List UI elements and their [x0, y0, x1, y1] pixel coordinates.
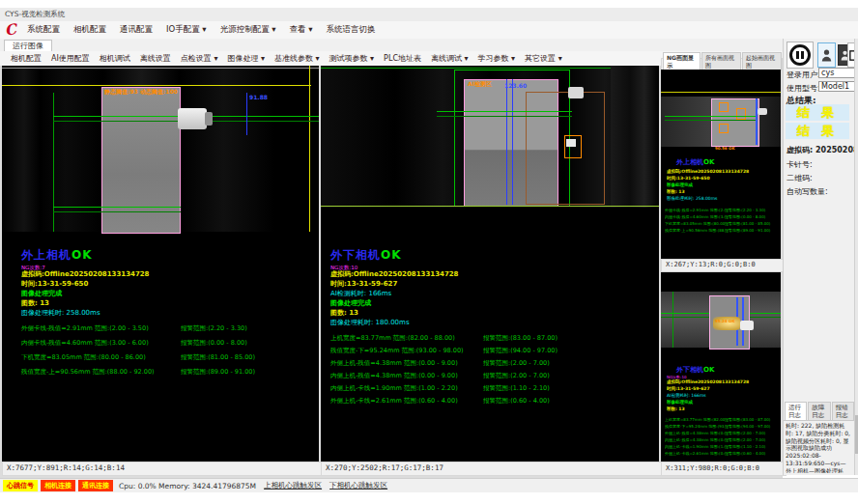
process-done-label: 图像处理完成 [667, 183, 693, 188]
lower-camera-heartbeat-link[interactable]: 下相机心跳触发区 [329, 481, 387, 490]
upper-camera-heartbeat-link[interactable]: 上相机心跳触发区 [264, 481, 322, 490]
measurement-text: 外侧上机-卡线=2.61mm 范围:(0.60 - 4.00) [665, 451, 725, 456]
tab-all-views[interactable]: 所有画面视图 [701, 52, 741, 70]
tab-ng-view[interactable]: NG画面显示 [663, 52, 701, 70]
measurement-row: 内侧卡线-残值=4.60mm 范围:(3.00 - 6.00) 报警范围:(0.… [21, 339, 311, 348]
threshold-label: 静态阈值:93 动态阈值:100 [104, 89, 178, 96]
alarm-range-text: 报警范围:(0.00 - 8.00) [725, 214, 779, 219]
measure-marker-blue [246, 93, 247, 135]
login-user-label: 登录用户: [786, 70, 820, 80]
frame-count-label: 图数: 13 [330, 310, 358, 318]
pause-button[interactable] [786, 42, 814, 69]
menu-language-switch[interactable]: 系统语言切换 [320, 24, 383, 36]
elapsed-label: 图像处理耗时: 180.00ms [330, 320, 410, 327]
ai-elapsed-label: AI检测耗时: 166ms [330, 291, 391, 298]
measurement-text: 内侧上机-残值=4.38mm 范围:(0.00 - 9.00) [665, 437, 725, 442]
tool-offline-setting[interactable]: 离线设置 [135, 53, 176, 64]
roi-box-orange [719, 102, 729, 112]
measure-marker-label: 90.56 OK [715, 147, 735, 151]
tab-error-log[interactable]: 报错日志 [832, 402, 854, 420]
auto-write-count-field: 自动写数量: [786, 186, 828, 197]
measurement-text: 内侧上机-残值=4.38mm 范围:(0.00 - 9.00) [330, 372, 483, 380]
camera-panel-upper: 静态阈值:93 动态阈值:100 91.88 外上相机OK NG次数:7 虚拟码… [2, 66, 319, 462]
coordinate-status-upper: X:7677;Y:891;R:14;G:14;B:14 [2, 462, 325, 476]
camera-view-lower[interactable]: AI检测区 123.60 [321, 66, 659, 208]
heartbeat-status-badge: 心跳信号 [3, 480, 38, 491]
reference-line-yellow [661, 92, 781, 93]
qr-code-field: 二维码: [786, 173, 813, 183]
reference-line-yellow [2, 85, 311, 86]
tab-start-view[interactable]: 起始画面视图 [742, 52, 782, 70]
menu-light-config[interactable]: 光源控制配置 ▾ [214, 24, 283, 36]
cpu-memory-text: Cpu: 0.0% Memory: 3424.41796875M [119, 482, 256, 490]
alarm-range-text: 报警范围:(1.10 - 2.10) [483, 384, 649, 393]
alarm-range-text: 报警范围:(2.00 - 7.00) [725, 437, 779, 442]
app-window: CYS-视觉检测系统 C 系统配置 相机配置 通讯配置 IO手配置 ▾ 光源控制… [0, 0, 858, 504]
user-mode-button-selected[interactable] [817, 42, 836, 68]
tool-plc-address-table[interactable]: PLC地址表 [379, 53, 426, 64]
camera-name-label: 外上相机 [21, 248, 72, 262]
connector-tip [205, 112, 213, 126]
tool-offline-debug[interactable]: 离线调试 ▾ [426, 53, 473, 64]
measurement-text: 下机宽度=83.05mm 范围:(80.00 - 86.00) [21, 353, 181, 362]
process-done-label: 图像处理完成 [330, 300, 371, 308]
menu-view[interactable]: 查看 ▾ [283, 24, 320, 36]
tool-camera-debug[interactable]: 相机调试 [95, 53, 135, 64]
virtual-code-label: 虚拟码:Offline20250208133134728 [21, 271, 150, 279]
measurement-text: 内侧卡线-残值=4.60mm 范围:(3.00 - 6.00) [665, 214, 725, 219]
tool-other-settings[interactable]: 其它设置 ▾ [520, 53, 567, 64]
alarm-range-text: 报警范围:(89.00 - 91.00) [725, 228, 779, 233]
measure-value-blue: 123.60 [504, 83, 527, 90]
side-scrollbar[interactable] [854, 39, 858, 475]
menu-camera-config[interactable]: 相机配置 [67, 24, 113, 36]
measurement-text: 残值宽度-下=95.24mm 范围:(93.00 - 98.00) [330, 347, 483, 355]
measurement-text: 内侧卡线-残值=4.60mm 范围:(3.00 - 6.00) [21, 339, 181, 348]
time-label: 时间:13-31-59-650 [667, 177, 710, 182]
camera-name-label: 外上相机 [676, 158, 703, 166]
tab-fault-log[interactable]: 故障日志 [808, 402, 830, 420]
tool-test-params[interactable]: 测试项参数 ▾ [325, 53, 380, 64]
menu-comm-config[interactable]: 通讯配置 [113, 24, 159, 36]
time-label: 时间:13-31-59-650 [21, 281, 88, 289]
virtual-code-field-label: 虚拟码: [786, 146, 813, 154]
pin-number-label: 卡针号: [786, 160, 813, 169]
tool-learning-params[interactable]: 学习参数 ▾ [473, 53, 521, 64]
model-select[interactable] [818, 81, 857, 92]
tab-run-log[interactable]: 运行日志 [785, 402, 807, 420]
process-done-label: 图像处理完成 [21, 291, 62, 298]
login-user-field[interactable] [818, 68, 857, 78]
result-ok-label: OK [703, 158, 714, 166]
camera-connection-badge: 相机连接 [41, 480, 75, 491]
window-status-bar: 心跳信号 相机连接 通讯连接 Cpu: 0.0% Memory: 3424.41… [0, 478, 858, 492]
alarm-range-text: 报警范围:(2.00 - 7.00) [483, 372, 649, 380]
menu-system-config[interactable]: 系统配置 [20, 24, 67, 36]
tool-baseline-params[interactable]: 基准线参数 ▾ [270, 53, 325, 64]
ai-elapsed-label: AI检测耗时: 166ms [667, 394, 706, 399]
alarm-range-text: 报警范围:(0.60 - 4.00) [725, 451, 779, 456]
alarm-range-text: 报警范围:(0.00 - 8.00) [181, 339, 311, 348]
tool-spotcheck-setting[interactable]: 点检设置 ▾ [176, 53, 223, 64]
elapsed-label: 图像处理耗时: 258.00ms [667, 197, 717, 202]
mini-view-upper[interactable]: 90.56 OK 外上相机OK 虚拟码:Offline2025020813313… [661, 70, 781, 259]
bright-spot [740, 321, 754, 330]
camera-name-label: 外下相机 [330, 248, 381, 262]
tool-image-processing[interactable]: 图像处理 ▾ [222, 53, 270, 64]
tool-camera-config[interactable]: 相机配置 [6, 53, 46, 64]
user-icon [821, 49, 832, 62]
virtual-code-label: 虚拟码:Offline20250208133134728 [330, 271, 459, 279]
alarm-range-text: 报警范围:(81.00 - 85.00) [181, 353, 311, 362]
measure-line-green-vertical [672, 292, 673, 348]
coordinate-status-mini-upper: X:267;Y:13;R:0;G:0;B:0 [661, 259, 786, 272]
camera-view-upper[interactable]: 静态阈值:93 动态阈值:100 91.88 [2, 66, 319, 232]
result-display-lower: 结 果 [786, 123, 849, 139]
reference-line-green [321, 68, 659, 69]
menu-io-config[interactable]: IO手配置 ▾ [159, 24, 214, 36]
menu-bar: C 系统配置 相机配置 通讯配置 IO手配置 ▾ 光源控制配置 ▾ 查看 ▾ 系… [0, 21, 858, 40]
measure-marker-blue [512, 79, 513, 205]
coordinate-status-mini-lower: X:311;Y:980;R:0;G:0;B:0 [661, 462, 786, 476]
alarm-range-text: 报警范围:(2.20 - 3.30) [725, 208, 779, 212]
tool-ai-use-config[interactable]: AI使用配置 [46, 53, 95, 64]
connector-part [568, 87, 584, 98]
measurement-row: 残值宽度-上=90.56mm 范围:(88.00 - 92.00) 报警范围:(… [665, 228, 779, 233]
mini-view-lower[interactable]: 95.24 OK 外下相机OK NG次数:10 虚拟码:Offline20250… [661, 272, 781, 462]
